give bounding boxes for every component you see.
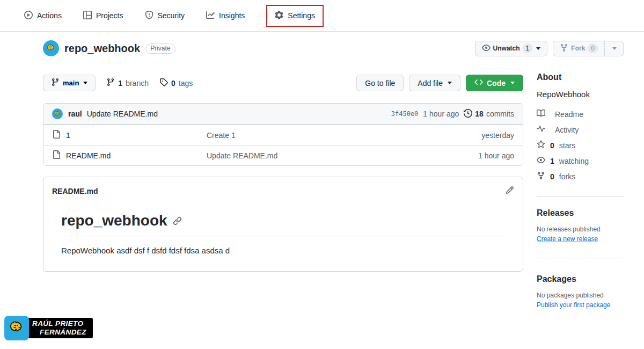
star-icon — [537, 140, 545, 150]
settings-highlight-box: Settings — [266, 5, 324, 27]
fork-button-group: Fork 0 — [553, 41, 624, 56]
releases-title: Releases — [537, 208, 624, 218]
go-to-file-button[interactable]: Go to file — [356, 75, 404, 91]
code-icon — [474, 78, 483, 88]
readme-panel: README.md repo_webhook RepoWebhook asdf … — [43, 177, 523, 272]
unwatch-button[interactable]: Unwatch 1 — [475, 41, 548, 56]
repo-sidebar: About RepoWebhook Readme Activity 0 star… — [537, 72, 624, 309]
watermark-line2: FERNÁNDEZ — [32, 328, 86, 337]
tab-projects[interactable]: Projects — [83, 11, 123, 21]
repo-main-column: main 1 branch 0 tags Go to file Add file — [43, 72, 523, 309]
file-age[interactable]: 1 hour ago — [478, 151, 514, 160]
item-count: 0 — [550, 141, 554, 150]
files-box: raul Update README.md 3f450e0 1 hour ago… — [43, 103, 523, 166]
readme-title: README.md — [52, 187, 98, 195]
releases-empty-text: No releases published — [537, 226, 624, 233]
commit-author[interactable]: raul — [68, 110, 82, 118]
link-icon[interactable] — [173, 212, 182, 229]
chevron-down-icon — [83, 82, 87, 84]
packages-empty-text: No packages published — [537, 292, 624, 299]
repo-name[interactable]: repo_webhook — [64, 42, 140, 55]
watch-count: 1 — [523, 43, 533, 53]
tab-label: Actions — [37, 11, 62, 20]
tab-label: Security — [158, 11, 185, 20]
tags-link[interactable]: 0 tags — [159, 78, 193, 88]
add-file-button[interactable]: Add file — [409, 75, 460, 91]
tab-security[interactable]: Security — [145, 11, 185, 21]
branch-count: 1 — [118, 79, 122, 88]
watermark-text: RAÚL PRIETO FERNÁNDEZ — [26, 318, 93, 338]
sidebar-watching-link[interactable]: 1 watching — [537, 153, 624, 169]
file-row: README.md Update README.md 1 hour ago — [43, 145, 523, 165]
file-row: 1 Create 1 yesterday — [43, 125, 523, 145]
commit-message[interactable]: Update README.md — [87, 110, 158, 118]
fork-label: Fork — [571, 45, 585, 52]
item-label: Activity — [555, 126, 579, 134]
readme-paragraph: RepoWebhook asdf dsf f dsfd fdsf fdsa as… — [61, 246, 505, 255]
play-icon — [24, 11, 33, 21]
eye-icon — [537, 156, 545, 166]
tab-label: Settings — [288, 11, 315, 20]
file-name-link[interactable]: 1 — [66, 131, 207, 140]
commit-time: 1 hour ago — [423, 110, 459, 118]
sidebar-readme-link[interactable]: Readme — [537, 106, 624, 122]
branch-word: branch — [126, 79, 149, 88]
book-icon — [537, 109, 545, 119]
item-count: 0 — [550, 172, 554, 181]
tab-settings[interactable]: Settings — [275, 11, 315, 21]
sidebar-activity-link[interactable]: Activity — [537, 122, 624, 137]
readme-heading: repo_webhook — [61, 212, 505, 236]
repo-owner-avatar[interactable] — [43, 40, 59, 56]
brain-icon — [4, 316, 29, 340]
tag-icon — [159, 78, 168, 88]
commit-hash[interactable]: 3f450e0 — [391, 110, 419, 118]
fork-icon — [560, 43, 568, 54]
tab-insights[interactable]: Insights — [206, 11, 245, 21]
code-button[interactable]: Code — [466, 75, 523, 91]
sidebar-stars-link[interactable]: 0 stars — [537, 137, 624, 153]
repo-tab-nav: Actions Projects Security Insights Setti… — [0, 0, 644, 32]
repo-page: repo_webhook Private Unwatch 1 Fork 0 — [0, 32, 644, 309]
repo-description: RepoWebhook — [537, 90, 624, 99]
file-age[interactable]: yesterday — [481, 131, 514, 140]
file-name-link[interactable]: README.md — [66, 151, 207, 160]
git-branch-icon — [51, 78, 60, 88]
chevron-down-icon — [448, 82, 452, 84]
commit-meta: 3f450e0 1 hour ago 18 commits — [391, 109, 514, 119]
add-file-label: Add file — [418, 79, 443, 88]
commits-word: commits — [486, 110, 514, 118]
readme-body: repo_webhook RepoWebhook asdf dsf f dsfd… — [43, 205, 523, 255]
fork-dropdown-button[interactable] — [604, 41, 623, 56]
file-commit-message[interactable]: Create 1 — [207, 131, 481, 140]
readme-header: README.md — [43, 177, 523, 205]
commits-count: 18 — [475, 110, 484, 118]
tag-count: 0 — [171, 79, 175, 88]
chevron-down-icon — [510, 82, 515, 84]
readme-heading-text: repo_webhook — [61, 212, 167, 229]
tab-actions[interactable]: Actions — [24, 11, 62, 21]
file-commit-message[interactable]: Update README.md — [207, 151, 478, 160]
tag-word: tags — [179, 79, 193, 88]
fork-button[interactable]: Fork 0 — [553, 41, 604, 56]
chevron-down-icon — [536, 47, 540, 50]
history-icon — [464, 109, 472, 119]
publish-package-link[interactable]: Publish your first package — [537, 301, 624, 309]
eye-icon — [482, 43, 491, 54]
branches-link[interactable]: 1 branch — [106, 78, 149, 88]
current-branch: main — [63, 79, 79, 87]
branch-select-button[interactable]: main — [43, 75, 96, 91]
create-release-link[interactable]: Create a new release — [537, 235, 624, 243]
sidebar-divider — [537, 258, 624, 258]
watermark-line1: RAÚL PRIETO — [32, 319, 86, 328]
tab-label: Insights — [219, 11, 245, 20]
latest-commit-bar: raul Update README.md 3f450e0 1 hour ago… — [43, 104, 523, 125]
commit-author-avatar[interactable] — [52, 108, 63, 119]
item-count: 1 — [550, 157, 554, 165]
repo-header-actions: Unwatch 1 Fork 0 — [475, 41, 624, 56]
sidebar-forks-link[interactable]: 0 forks — [537, 169, 624, 184]
code-label: Code — [487, 79, 506, 88]
commit-history-link[interactable]: 18 commits — [464, 109, 514, 119]
chevron-down-icon — [612, 47, 617, 50]
pencil-icon[interactable] — [506, 186, 514, 196]
item-label: stars — [559, 141, 575, 150]
